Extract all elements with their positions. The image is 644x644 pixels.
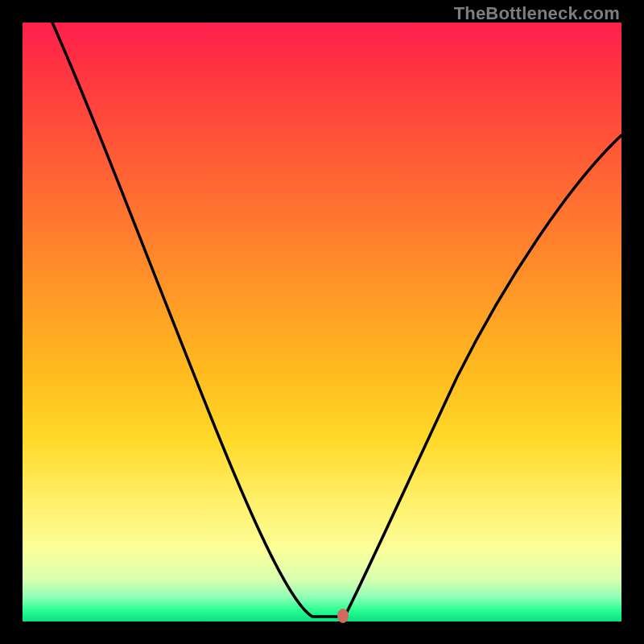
curve-path	[52, 23, 621, 617]
bottleneck-curve	[23, 23, 621, 621]
optimal-point-marker	[337, 609, 349, 623]
chart-frame: TheBottleneck.com	[0, 0, 644, 644]
watermark-text: TheBottleneck.com	[454, 3, 620, 24]
